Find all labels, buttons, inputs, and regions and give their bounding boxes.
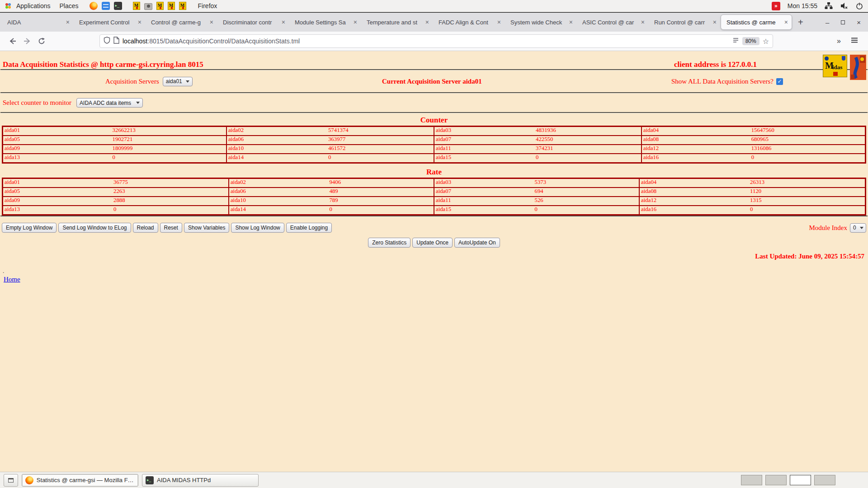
autoupdate-on-button[interactable]: AutoUpdate On <box>454 238 500 248</box>
server-cell: aida10789 <box>229 197 434 206</box>
server-value: 36775 <box>113 179 222 185</box>
browser-tab[interactable]: Module Settings Sa× <box>289 14 361 30</box>
show-all-servers-checkbox[interactable]: ✓ <box>776 78 783 85</box>
browser-tab[interactable]: System wide Check× <box>505 14 576 30</box>
tracking-shield-icon[interactable] <box>104 37 110 46</box>
tab-close-icon[interactable]: × <box>351 19 357 26</box>
tab-close-icon[interactable]: × <box>423 19 429 26</box>
forward-button[interactable] <box>20 34 34 48</box>
file-manager-icon[interactable] <box>102 2 110 10</box>
zero-statistics-button[interactable]: Zero Statistics <box>368 238 410 248</box>
reload-button[interactable]: Reload <box>133 223 158 233</box>
tab-title: Module Settings Sa <box>295 19 351 26</box>
send-log-window-to-elog-button[interactable]: Send Log Window to ELog <box>58 223 131 233</box>
workspace-3-active[interactable] <box>790 475 811 485</box>
back-button[interactable] <box>5 34 20 48</box>
server-value: 489 <box>329 188 428 194</box>
taskbar-window-button[interactable]: ▸_AIDA MIDAS HTTPd <box>142 474 259 487</box>
midas-logo: Midas <box>823 55 847 77</box>
midas-launcher-icon[interactable]: M <box>168 2 175 10</box>
app-menu-icon[interactable] <box>851 37 858 45</box>
midas-launcher-icon[interactable]: M <box>156 2 164 10</box>
site-info-icon[interactable] <box>113 37 119 46</box>
reader-mode-icon[interactable] <box>732 37 739 45</box>
server-name: aida03 <box>436 127 536 133</box>
browser-tab[interactable]: FADC Align & Cont× <box>433 14 505 30</box>
applications-menu[interactable]: Applications <box>12 2 55 9</box>
server-name: aida02 <box>231 179 330 185</box>
tab-close-icon[interactable]: × <box>63 19 70 26</box>
server-value: 1315 <box>750 197 859 203</box>
divider <box>0 112 868 113</box>
screenshot-tool-icon[interactable] <box>144 3 152 10</box>
power-icon[interactable] <box>855 2 863 10</box>
chevron-down-icon <box>186 80 189 83</box>
reload-button[interactable] <box>34 34 49 48</box>
empty-log-window-button[interactable]: Empty Log Window <box>2 223 57 233</box>
acquisition-server-select[interactable]: aida01 <box>163 77 193 86</box>
server-cell: aida160 <box>642 154 865 163</box>
terminal-icon[interactable]: ▸_ <box>114 2 122 10</box>
server-cell: aida121316086 <box>642 145 865 154</box>
close-window-button[interactable]: × <box>857 19 861 26</box>
overflow-chevrons-icon[interactable]: » <box>837 37 841 45</box>
tab-close-icon[interactable]: × <box>638 19 645 26</box>
minimize-button[interactable]: – <box>826 19 829 26</box>
module-index-label: Module Index <box>809 224 847 232</box>
tab-close-icon[interactable]: × <box>207 19 213 26</box>
url-text[interactable]: localhost:8015/DataAcquisitionControl/Da… <box>123 38 729 45</box>
browser-tab[interactable]: Experiment Control× <box>74 14 145 30</box>
notification-badge-icon[interactable]: » <box>772 2 780 10</box>
browser-tab[interactable]: Discriminator contr× <box>217 14 289 30</box>
server-name: aida04 <box>643 127 751 133</box>
tab-close-icon[interactable]: × <box>710 19 717 26</box>
reset-button[interactable]: Reset <box>160 223 182 233</box>
enable-logging-button[interactable]: Enable Logging <box>286 223 332 233</box>
tab-close-icon[interactable]: × <box>566 19 573 26</box>
midas-launcher-icon[interactable]: M <box>179 2 186 10</box>
show-variables-button[interactable]: Show Variables <box>184 223 230 233</box>
tab-close-icon[interactable]: × <box>135 19 142 26</box>
browser-tab[interactable]: AIDA× <box>2 14 73 30</box>
server-name: aida15 <box>436 206 535 212</box>
network-icon[interactable] <box>825 2 833 10</box>
browser-tab[interactable]: Run Control @ carr× <box>649 14 720 30</box>
tab-close-icon[interactable]: × <box>782 19 788 26</box>
workspace-2[interactable] <box>765 475 787 485</box>
browser-tab[interactable]: ASIC Control @ car× <box>577 14 648 30</box>
clock[interactable]: Mon 15:55 <box>788 2 817 9</box>
new-tab-button[interactable]: + <box>793 17 809 28</box>
module-index-select[interactable]: 0 <box>850 223 866 233</box>
workspace-4[interactable] <box>814 475 835 485</box>
server-name: aida07 <box>436 136 536 142</box>
browser-tab[interactable]: Statistics @ carme× <box>721 14 792 30</box>
server-name: aida09 <box>5 197 113 203</box>
divider <box>0 216 868 217</box>
counter-monitor-select[interactable]: AIDA ADC data items <box>76 98 143 108</box>
show-log-window-button[interactable]: Show Log Window <box>231 223 284 233</box>
volume-muted-icon[interactable] <box>840 2 848 10</box>
tab-close-icon[interactable]: × <box>495 19 501 26</box>
url-bar[interactable]: localhost:8015/DataAcquisitionControl/Da… <box>99 34 773 48</box>
update-once-button[interactable]: Update Once <box>412 238 453 248</box>
places-menu[interactable]: Places <box>55 2 83 9</box>
zoom-level-badge[interactable]: 80% <box>742 37 760 45</box>
maximize-button[interactable] <box>841 20 845 24</box>
show-desktop-button[interactable] <box>4 474 18 487</box>
server-value: 0 <box>750 206 859 212</box>
chevron-down-icon <box>860 227 863 229</box>
browser-tab[interactable]: Control @ carme-g× <box>146 14 217 30</box>
table-row: aida130aida140aida150aida160 <box>3 206 866 215</box>
tab-close-icon[interactable]: × <box>279 19 285 26</box>
taskbar-window-button[interactable]: Statistics @ carme-gsi — Mozilla Fir... <box>22 474 138 487</box>
workspace-1[interactable] <box>741 475 762 485</box>
table-row: aida092888aida10789aida11526aida121315 <box>3 197 866 206</box>
tab-title: Temperature and st <box>367 19 423 26</box>
home-link[interactable]: Home <box>4 276 20 283</box>
firefox-launcher-icon[interactable] <box>90 2 98 10</box>
browser-tab[interactable]: Temperature and st× <box>361 14 433 30</box>
firefox-appmenu[interactable]: Firefox <box>193 2 222 9</box>
midas-launcher-icon[interactable]: M <box>133 2 140 10</box>
bookmark-star-icon[interactable]: ☆ <box>763 37 769 46</box>
server-value: 1120 <box>750 188 859 194</box>
